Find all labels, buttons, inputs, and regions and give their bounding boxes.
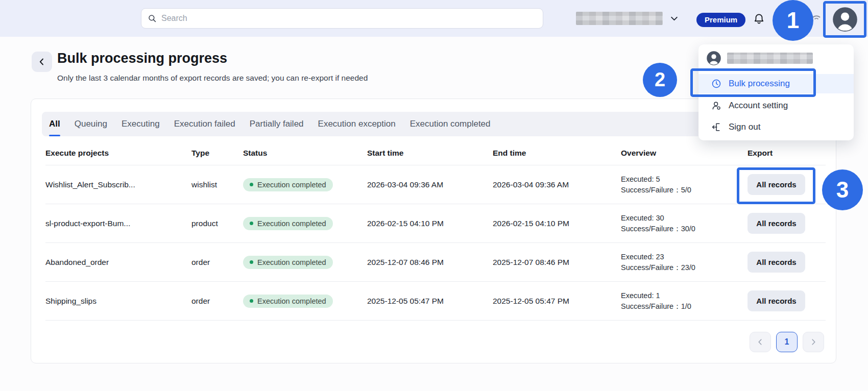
column-header-execute-projects: Execute projects bbox=[45, 149, 191, 158]
status-badge: Execution completed bbox=[243, 295, 333, 308]
tab-partially-failed[interactable]: Partially failed bbox=[250, 112, 304, 136]
cell-end-time: 2025-12-07 08:46 PM bbox=[493, 258, 621, 267]
search-icon bbox=[148, 14, 157, 23]
all-records-button[interactable]: All records bbox=[748, 252, 805, 273]
cell-end-time: 2026-03-04 09:36 AM bbox=[493, 180, 621, 189]
avatar-icon bbox=[706, 51, 721, 66]
column-header-type: Type bbox=[191, 149, 243, 158]
cell-project: Shipping_slips bbox=[45, 297, 191, 306]
status-dot-icon bbox=[250, 299, 253, 303]
column-header-end-time: End time bbox=[493, 149, 621, 158]
status-badge: Execution completed bbox=[243, 217, 333, 230]
cell-start-time: 2026-02-15 04:10 PM bbox=[367, 219, 493, 228]
app-window: Premium 1 bbox=[0, 0, 868, 391]
pagination-prev-button[interactable] bbox=[750, 332, 771, 352]
table-body: Wishlist_Alert_Subscrib... wishlist Exec… bbox=[45, 165, 826, 321]
status-badge: Execution completed bbox=[243, 178, 333, 191]
cell-end-time: 2026-02-15 04:10 PM bbox=[493, 219, 621, 228]
status-dot-icon bbox=[250, 222, 253, 225]
tab-queuing[interactable]: Queuing bbox=[75, 112, 107, 136]
status-dot-icon bbox=[250, 260, 253, 264]
menu-item-label: Sign out bbox=[729, 122, 760, 132]
pagination-page-1-button[interactable]: 1 bbox=[776, 332, 798, 352]
all-records-button[interactable]: All records bbox=[748, 290, 805, 311]
store-switcher[interactable] bbox=[576, 11, 679, 26]
column-header-start-time: Start time bbox=[367, 149, 493, 158]
cell-start-time: 2025-12-07 08:46 PM bbox=[367, 258, 493, 267]
top-bar: Premium bbox=[0, 0, 868, 37]
cell-type: wishlist bbox=[191, 180, 243, 189]
cell-start-time: 2026-03-04 09:36 AM bbox=[367, 180, 493, 189]
page-subtitle: Only the last 3 calendar months of expor… bbox=[57, 72, 368, 84]
cell-start-time: 2025-12-05 05:47 PM bbox=[367, 297, 493, 306]
premium-badge: Premium bbox=[696, 13, 745, 27]
back-button[interactable] bbox=[32, 52, 52, 72]
annotation-step-1: 1 bbox=[773, 0, 813, 41]
status-dot-icon bbox=[250, 183, 253, 186]
annotation-box-all-records bbox=[737, 167, 815, 204]
column-header-overview: Overview bbox=[621, 149, 742, 158]
table-row: Wishlist_Alert_Subscrib... wishlist Exec… bbox=[45, 165, 826, 204]
cell-type: order bbox=[191, 297, 243, 306]
user-setting-icon bbox=[711, 101, 721, 111]
cell-overview: Executed: 23 Success/Failure：23/0 bbox=[621, 252, 742, 273]
user-name-redacted bbox=[727, 53, 813, 64]
menu-item-sign-out[interactable]: Sign out bbox=[698, 117, 854, 137]
table-row: sl-product-export-Bum... product Executi… bbox=[45, 204, 826, 243]
store-name-redacted bbox=[576, 12, 663, 25]
cell-type: product bbox=[191, 219, 243, 228]
cell-overview: Executed: 5 Success/Failure：5/0 bbox=[621, 174, 742, 196]
all-records-button[interactable]: All records bbox=[748, 213, 805, 234]
tab-execution-failed[interactable]: Execution failed bbox=[174, 112, 235, 136]
annotation-step-3: 3 bbox=[822, 169, 863, 210]
table-row: Shipping_slips order Execution completed… bbox=[45, 282, 826, 321]
tab-execution-completed[interactable]: Execution completed bbox=[410, 112, 491, 136]
tab-execution-exception[interactable]: Execution exception bbox=[318, 112, 396, 136]
notifications-bell-icon[interactable] bbox=[753, 13, 765, 26]
cell-overview: Executed: 1 Success/Failure：1/0 bbox=[621, 290, 742, 312]
account-avatar-button[interactable] bbox=[823, 1, 866, 38]
search-box[interactable] bbox=[141, 8, 543, 29]
chevron-down-icon bbox=[670, 14, 679, 23]
menu-item-account-setting[interactable]: Account setting bbox=[698, 96, 854, 115]
status-badge: Execution completed bbox=[243, 256, 333, 269]
pagination: 1 bbox=[750, 332, 824, 352]
search-input[interactable] bbox=[161, 14, 537, 23]
cell-project: sl-product-export-Bum... bbox=[45, 219, 191, 228]
tab-executing[interactable]: Executing bbox=[122, 112, 160, 136]
menu-item-label: Account setting bbox=[729, 101, 788, 111]
cell-project: Abandoned_order bbox=[45, 258, 191, 267]
chevron-left-icon bbox=[38, 58, 46, 66]
chevron-right-icon bbox=[810, 338, 817, 346]
annotation-step-2: 2 bbox=[643, 63, 677, 97]
table-header: Execute projects Type Status Start time … bbox=[45, 149, 826, 165]
sign-out-icon bbox=[711, 122, 721, 132]
cell-end-time: 2025-12-05 05:47 PM bbox=[493, 297, 621, 306]
menu-user-row bbox=[706, 51, 813, 66]
chevron-left-icon bbox=[757, 338, 764, 346]
column-header-export: Export bbox=[742, 149, 826, 158]
cell-type: order bbox=[191, 258, 243, 267]
tab-all[interactable]: All bbox=[49, 112, 60, 136]
cell-overview: Executed: 30 Success/Failure：30/0 bbox=[621, 213, 742, 234]
pagination-next-button[interactable] bbox=[803, 332, 824, 352]
annotation-box-bulk-processing bbox=[690, 68, 816, 97]
cell-project: Wishlist_Alert_Subscrib... bbox=[45, 180, 191, 189]
table-row: Abandoned_order order Execution complete… bbox=[45, 243, 826, 282]
avatar-icon bbox=[832, 6, 858, 33]
page-title: Bulk processing progress bbox=[57, 49, 227, 67]
column-header-status: Status bbox=[243, 149, 367, 158]
